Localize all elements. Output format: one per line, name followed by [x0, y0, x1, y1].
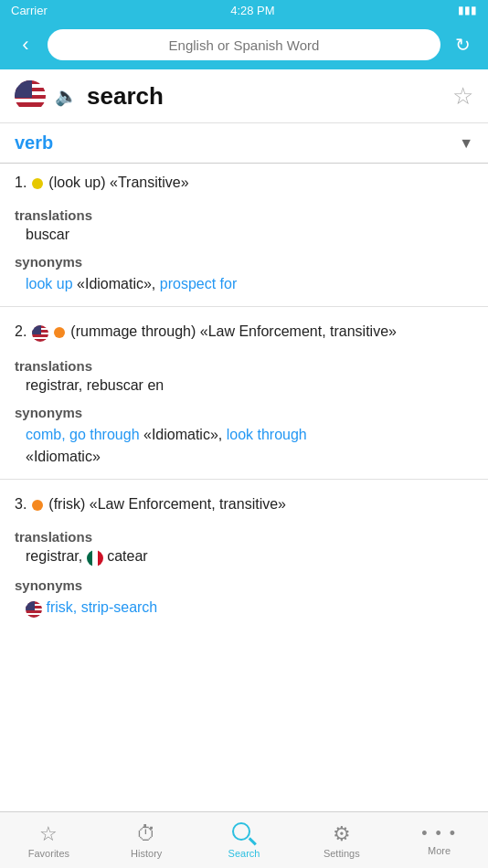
- tab-settings[interactable]: ⚙ Settings: [292, 812, 390, 868]
- pos-selector[interactable]: verb ▼: [0, 123, 488, 164]
- def-2-text: (rummage through) «Law Enforcement, tran…: [70, 323, 397, 340]
- synonym-link-lookup[interactable]: look up: [26, 276, 73, 291]
- definitions-list: 1. (look up) «Transitive» translations b…: [0, 164, 488, 624]
- word-title: search: [87, 82, 443, 111]
- def-2-synonyms-label: synonyms: [0, 399, 488, 422]
- speaker-icon[interactable]: 🔈: [55, 85, 78, 107]
- back-button[interactable]: ‹: [11, 33, 40, 57]
- def-3-header: 3. (frisk) «Law Enforcement, transitive»: [15, 496, 473, 513]
- tab-search[interactable]: Search: [196, 812, 293, 868]
- pos-label: verb: [15, 132, 53, 153]
- tab-more-label: More: [428, 845, 451, 856]
- dot-orange-2: [54, 327, 65, 338]
- definition-2: 2. (rummage through) «Law Enforcement, t…: [0, 312, 488, 353]
- synonym-context-1: «Idiomatic»,: [77, 276, 160, 291]
- tab-search-label: Search: [228, 848, 260, 859]
- synonym-link-comb[interactable]: comb, go through: [26, 427, 140, 442]
- tab-bar: ☆ Favorites ⏱ History Search ⚙ Settings …: [0, 811, 488, 868]
- definition-1: 1. (look up) «Transitive»: [0, 164, 488, 202]
- pos-dropdown-arrow[interactable]: ▼: [459, 135, 473, 152]
- def-1-translation: buscar: [0, 225, 488, 249]
- dot-orange-3: [32, 500, 43, 511]
- def-3-synonyms-label: synonyms: [0, 572, 488, 595]
- settings-icon: ⚙: [333, 822, 351, 846]
- more-icon: • • •: [421, 824, 457, 843]
- def-2-synonyms: comb, go through «Idiomatic», look throu…: [0, 422, 488, 473]
- favorite-star-button[interactable]: ☆: [452, 82, 473, 111]
- def-1-synonyms-label: synonyms: [0, 249, 488, 271]
- carrier-label: Carrier: [11, 4, 48, 17]
- def-2-header: 2. (rummage through) «Law Enforcement, t…: [15, 323, 473, 342]
- synonym-link-frisk[interactable]: frisk, strip-search: [46, 599, 157, 615]
- divider-1: [0, 306, 488, 307]
- tab-favorites[interactable]: ☆ Favorites: [0, 812, 98, 868]
- def-3-synonyms: frisk, strip-search: [0, 595, 488, 624]
- battery-wifi-icons: ▮▮▮: [458, 4, 477, 16]
- def-3-translation: registrar, catear: [0, 546, 488, 572]
- flag-us-2: [32, 325, 48, 342]
- def-1-synonyms: look up «Idiomatic», prospect for: [0, 271, 488, 301]
- def-2-number: 2.: [15, 323, 27, 340]
- search-tab-icon: [232, 822, 256, 846]
- tab-more[interactable]: • • • More: [390, 812, 488, 868]
- nav-bar: ‹ ↻: [0, 20, 488, 69]
- flag-mx-3: [87, 550, 103, 566]
- us-flag-icon: [15, 80, 46, 111]
- def-3-text: (frisk) «Law Enforcement, transitive»: [48, 496, 286, 513]
- synonym-context-2b: «Idiomatic»: [26, 449, 101, 464]
- main-content: 🔈 search ☆ verb ▼ 1. (look up) «Transiti…: [0, 69, 488, 624]
- refresh-button[interactable]: ↻: [448, 34, 477, 56]
- search-input[interactable]: [48, 37, 440, 53]
- synonym-link-lookthrough[interactable]: look through: [227, 427, 307, 442]
- definition-3: 3. (frisk) «Law Enforcement, transitive»: [0, 485, 488, 524]
- def-2-translation: registrar, rebuscar en: [0, 376, 488, 399]
- def-3-number: 3.: [15, 496, 27, 513]
- tab-history[interactable]: ⏱ History: [98, 812, 196, 868]
- tab-history-label: History: [131, 848, 162, 859]
- dot-yellow-1: [32, 178, 43, 189]
- def-1-header: 1. (look up) «Transitive»: [15, 175, 473, 191]
- word-header: 🔈 search ☆: [0, 69, 488, 123]
- def-2-translations-label: translations: [0, 353, 488, 376]
- divider-2: [0, 479, 488, 480]
- status-bar: Carrier 4:28 PM ▮▮▮: [0, 0, 488, 20]
- time-label: 4:28 PM: [48, 4, 458, 17]
- tab-settings-label: Settings: [324, 848, 360, 859]
- def-1-number: 1.: [15, 175, 27, 191]
- flag-us-3: [26, 601, 42, 618]
- def-3-translations-label: translations: [0, 524, 488, 546]
- search-box[interactable]: [48, 29, 440, 60]
- favorites-icon: ☆: [39, 822, 58, 846]
- def-1-translations-label: translations: [0, 202, 488, 225]
- tab-favorites-label: Favorites: [28, 848, 69, 859]
- history-icon: ⏱: [136, 822, 156, 846]
- synonym-link-prospect[interactable]: prospect for: [160, 276, 237, 291]
- def-1-text: (look up) «Transitive»: [48, 175, 188, 191]
- synonym-context-2a: «Idiomatic»,: [143, 427, 227, 442]
